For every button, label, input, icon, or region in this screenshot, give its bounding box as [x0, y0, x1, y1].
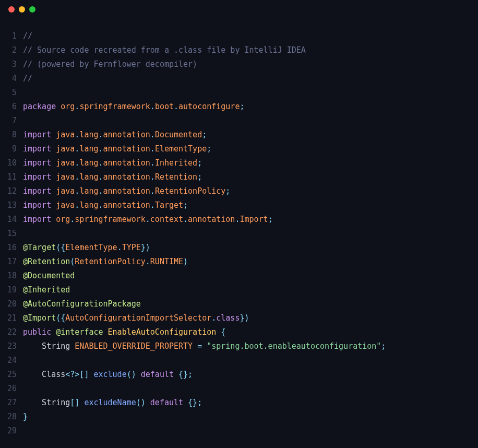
code-line: 29	[0, 424, 478, 438]
token-default-text	[103, 327, 108, 337]
token-keyword: import	[23, 215, 51, 224]
token-punct: ;	[197, 172, 202, 182]
token-punct: <?>[]	[65, 370, 89, 379]
token-annotation: @Import	[23, 313, 56, 323]
token-pkg: Inherited	[155, 158, 197, 168]
line-number: 2	[0, 43, 23, 57]
token-keyword: package	[23, 102, 56, 111]
code-content: import java.lang.annotation.Target;	[23, 198, 188, 213]
token-punct: ;	[240, 102, 244, 111]
close-icon[interactable]	[8, 6, 15, 13]
code-line: 12import java.lang.annotation.RetentionP…	[0, 184, 478, 198]
code-line: 27 String[] excludeName() default {};	[0, 396, 478, 410]
token-pkg: ENABLED_OVERRIDE_PROPERTY	[75, 341, 193, 351]
line-number: 20	[0, 297, 23, 311]
line-number: 27	[0, 396, 23, 410]
code-content: import java.lang.annotation.Retention;	[23, 170, 202, 184]
token-punct: .	[146, 215, 150, 224]
code-content: String ENABLED_OVERRIDE_PROPERTY = "spri…	[23, 339, 386, 353]
token-pkg: RUNTIME	[150, 257, 183, 266]
code-line: 17@Retention(RetentionPolicy.RUNTIME)	[0, 255, 478, 269]
line-number: 16	[0, 241, 23, 255]
token-keyword: default	[141, 370, 174, 379]
maximize-icon[interactable]	[29, 6, 35, 13]
token-pkg: boot	[155, 102, 174, 111]
token-default-text	[51, 327, 56, 337]
code-line: 25 Class<?>[] exclude() default {};	[0, 368, 478, 382]
line-number: 25	[0, 368, 23, 382]
token-punct: ;	[197, 158, 202, 168]
code-content: String[] excludeName() default {};	[23, 396, 202, 410]
code-line: 18@Documented	[0, 269, 478, 283]
line-number: 18	[0, 269, 23, 283]
code-line: 7	[0, 114, 478, 128]
token-default-text: Class	[23, 370, 65, 379]
token-punct: .	[99, 130, 103, 139]
token-default-text	[146, 398, 150, 407]
token-punct: ;	[202, 130, 207, 139]
token-punct: ;	[268, 215, 273, 224]
token-default-text: String	[23, 398, 70, 407]
token-pkg: org	[56, 215, 70, 224]
code-line: 8import java.lang.annotation.Documented;	[0, 128, 478, 142]
token-comment: // Source code recreated from a .class f…	[23, 45, 306, 55]
code-line: 20@AutoConfigurationPackage	[0, 297, 478, 311]
token-punct: ;	[381, 341, 386, 351]
line-number: 3	[0, 57, 23, 72]
token-pkg: lang	[79, 144, 98, 154]
token-keyword: import	[23, 130, 51, 139]
code-content: import java.lang.annotation.Inherited;	[23, 156, 202, 170]
token-comment: //	[23, 74, 32, 83]
token-punct: (	[70, 257, 75, 266]
line-number: 22	[0, 325, 23, 339]
token-punct: ;	[183, 201, 188, 210]
token-punct: ;	[207, 144, 211, 154]
token-punct: {};	[188, 398, 202, 407]
line-number: 29	[0, 424, 23, 438]
token-pkg: RetentionPolicy	[75, 257, 145, 266]
token-keyword: import	[23, 144, 51, 154]
line-number: 7	[0, 114, 23, 128]
token-pkg: annotation	[103, 144, 150, 154]
token-punct: })	[240, 313, 249, 323]
token-default-text	[51, 130, 56, 139]
token-pkg: java	[56, 144, 75, 154]
code-line: 1//	[0, 29, 478, 43]
line-number: 5	[0, 86, 23, 100]
token-pkg: ElementType	[65, 243, 117, 252]
line-number: 6	[0, 100, 23, 114]
token-method: exclude	[93, 370, 126, 379]
line-number: 11	[0, 170, 23, 184]
code-content: import java.lang.annotation.ElementType;	[23, 142, 211, 156]
token-pkg: Target	[155, 201, 183, 210]
token-pkg: lang	[79, 186, 98, 196]
token-default-text	[51, 144, 56, 154]
token-annotation: @Retention	[23, 257, 70, 266]
token-pkg: java	[56, 201, 75, 210]
line-number: 12	[0, 184, 23, 198]
token-punct: .	[150, 201, 155, 210]
code-line: 4//	[0, 72, 478, 86]
line-number: 15	[0, 227, 23, 241]
token-pkg: annotation	[103, 201, 150, 210]
code-content: package org.springframework.boot.autocon…	[23, 100, 244, 114]
token-punct: []	[70, 398, 79, 407]
line-number: 14	[0, 213, 23, 227]
code-content: @AutoConfigurationPackage	[23, 297, 141, 311]
minimize-icon[interactable]	[19, 6, 25, 13]
token-pkg: Retention	[155, 172, 197, 182]
token-pkg: annotation	[188, 215, 235, 224]
token-punct: .	[174, 102, 178, 111]
token-pkg: AutoConfigurationImportSelector	[65, 313, 211, 323]
token-pkg: lang	[79, 158, 98, 168]
code-editor[interactable]: 1//2// Source code recreated from a .cla…	[0, 19, 478, 448]
line-number: 13	[0, 198, 23, 213]
code-line: 24	[0, 353, 478, 368]
token-punct: ({	[56, 313, 65, 323]
code-line: 10import java.lang.annotation.Inherited;	[0, 156, 478, 170]
token-pkg: autoconfigure	[178, 102, 240, 111]
token-pkg: TYPE	[122, 243, 141, 252]
token-comment: // (powered by Fernflower decompiler)	[23, 60, 197, 69]
token-punct: {};	[178, 370, 193, 379]
token-pkg: ElementType	[155, 144, 207, 154]
